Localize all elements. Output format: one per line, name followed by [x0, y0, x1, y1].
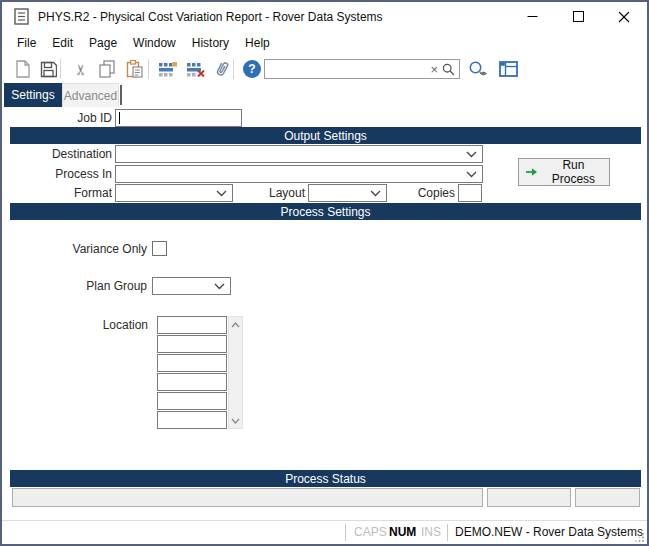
- find-record-button[interactable]: [466, 58, 490, 80]
- process-status-header: Process Status: [10, 470, 641, 487]
- destination-label: Destination: [0, 147, 112, 162]
- location-input-3[interactable]: [157, 354, 227, 372]
- run-process-button[interactable]: Run Process: [518, 158, 610, 186]
- location-input-6[interactable]: [157, 411, 227, 429]
- variance-only-checkbox[interactable]: [152, 241, 167, 256]
- format-label: Format: [0, 186, 112, 201]
- location-label: Location: [0, 318, 148, 333]
- clear-search-icon[interactable]: ×: [427, 63, 441, 76]
- chevron-down-icon: [466, 151, 477, 158]
- tab-strip: Settings Advanced: [2, 83, 647, 108]
- chevron-down-icon: [214, 283, 225, 290]
- process-status-field-3: [575, 488, 640, 507]
- delete-record-button[interactable]: [184, 58, 208, 80]
- chevron-down-icon: [466, 171, 477, 178]
- session-label: DEMO.NEW - Rover Data Systems: [455, 525, 643, 539]
- find-record-icon: [468, 61, 489, 78]
- output-settings-header: Output Settings: [10, 127, 641, 144]
- location-scrollbar[interactable]: [228, 316, 243, 429]
- job-id-label: Job ID: [0, 111, 112, 126]
- attachment-icon: [210, 57, 234, 81]
- close-icon: [618, 11, 630, 23]
- toolbar-separator: [148, 59, 149, 79]
- tab-divider: [120, 85, 122, 105]
- attachment-button[interactable]: [210, 58, 234, 80]
- process-status-field-2: [487, 488, 571, 507]
- process-in-label: Process In: [0, 167, 112, 182]
- report-document-icon: [14, 8, 29, 25]
- menu-help[interactable]: Help: [237, 33, 278, 53]
- search-icon[interactable]: [441, 63, 459, 76]
- destination-select[interactable]: [115, 145, 483, 163]
- new-icon: [15, 60, 30, 78]
- format-select[interactable]: [115, 184, 233, 202]
- variance-only-label: Variance Only: [0, 242, 147, 257]
- save-icon: [40, 61, 57, 78]
- layout-select[interactable]: [308, 184, 387, 202]
- run-arrow-icon: [525, 166, 538, 178]
- window-controls: [509, 2, 647, 31]
- menu-file[interactable]: File: [9, 33, 44, 53]
- tab-settings[interactable]: Settings: [4, 83, 62, 107]
- chevron-down-icon: [231, 418, 240, 424]
- copy-icon: [99, 60, 115, 78]
- scroll-down-button[interactable]: [229, 413, 242, 428]
- menu-page[interactable]: Page: [81, 33, 125, 53]
- search-input[interactable]: [268, 60, 427, 78]
- delete-record-icon: [187, 62, 205, 77]
- help-button[interactable]: ?: [240, 58, 264, 80]
- caps-indicator: CAPS: [354, 525, 387, 539]
- text-caret: [119, 112, 120, 124]
- new-button[interactable]: [10, 58, 34, 80]
- cut-icon: ✂: [72, 63, 87, 76]
- run-process-label: Run Process: [544, 158, 603, 186]
- window-title: PHYS.R2 - Physical Cost Variation Report…: [38, 10, 383, 24]
- chevron-up-icon: [231, 322, 240, 328]
- process-in-select[interactable]: [115, 165, 483, 183]
- scroll-up-button[interactable]: [229, 317, 242, 332]
- minimize-button[interactable]: [509, 2, 555, 31]
- maximize-button[interactable]: [555, 2, 601, 31]
- copy-button[interactable]: [95, 58, 119, 80]
- cut-button[interactable]: ✂: [68, 58, 92, 80]
- toolbar-separator: [60, 59, 61, 79]
- close-button[interactable]: [601, 2, 647, 31]
- paste-icon: [126, 60, 143, 78]
- layout-label: Layout: [240, 186, 305, 201]
- plan-group-label: Plan Group: [0, 279, 147, 294]
- menu-bar: File Edit Page Window History Help: [2, 31, 647, 55]
- help-icon: ?: [243, 60, 261, 78]
- process-status-field-1: [12, 488, 483, 507]
- tab-advanced[interactable]: Advanced: [62, 83, 119, 107]
- form-view-icon: [499, 61, 518, 77]
- location-input-2[interactable]: [157, 335, 227, 353]
- job-id-input[interactable]: [115, 109, 242, 127]
- add-record-icon: [159, 62, 177, 77]
- paste-button[interactable]: [122, 58, 146, 80]
- ins-indicator: INS: [421, 525, 441, 539]
- add-record-button[interactable]: [156, 58, 180, 80]
- save-button[interactable]: [36, 58, 60, 80]
- statusbar-separator: [345, 524, 346, 541]
- copies-input[interactable]: [458, 184, 482, 202]
- status-bar: CAPS NUM INS DEMO.NEW - Rover Data Syste…: [2, 520, 647, 544]
- num-indicator: NUM: [389, 525, 416, 539]
- statusbar-separator: [447, 524, 448, 541]
- chevron-down-icon: [216, 190, 227, 197]
- toolbar: ✂: [2, 55, 647, 84]
- plan-group-select[interactable]: [152, 277, 231, 295]
- menu-window[interactable]: Window: [125, 33, 184, 53]
- menu-history[interactable]: History: [184, 33, 237, 53]
- menu-edit[interactable]: Edit: [44, 33, 81, 53]
- location-input-4[interactable]: [157, 373, 227, 391]
- copies-label: Copies: [380, 186, 455, 201]
- form-view-button[interactable]: [496, 58, 520, 80]
- location-input-1[interactable]: [157, 316, 227, 334]
- resize-grip[interactable]: [635, 532, 645, 542]
- minimize-icon: [527, 11, 538, 22]
- toolbar-separator: [233, 59, 234, 79]
- maximize-icon: [573, 11, 584, 22]
- process-settings-header: Process Settings: [10, 203, 641, 220]
- title-bar: PHYS.R2 - Physical Cost Variation Report…: [2, 2, 647, 31]
- location-input-5[interactable]: [157, 392, 227, 410]
